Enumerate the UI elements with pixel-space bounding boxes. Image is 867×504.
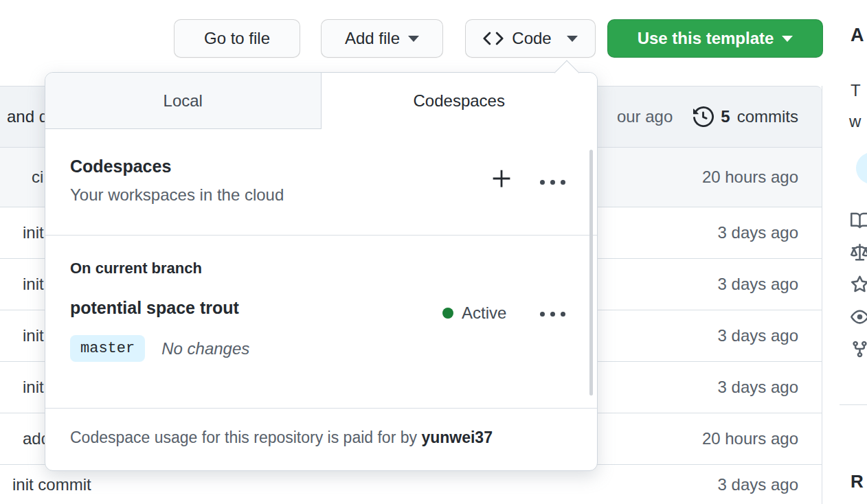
add-file-label: Add file	[345, 29, 400, 48]
footer-text: Codespace usage for this repository is p…	[70, 428, 421, 446]
commits-count: 5	[721, 107, 730, 126]
go-to-file-label: Go to file	[204, 29, 270, 48]
chevron-down-icon	[408, 36, 419, 42]
codespace-usage-footer: Codespace usage for this repository is p…	[70, 428, 493, 447]
branch-badge[interactable]: master	[70, 335, 145, 362]
commit-time: 20 hours ago	[702, 168, 798, 187]
commit-time: 3 days ago	[718, 475, 798, 494]
dropdown-scrollbar[interactable]	[589, 150, 593, 396]
fork-icon[interactable]	[851, 340, 867, 358]
codespace-kebab-menu[interactable]	[540, 312, 565, 317]
star-icon[interactable]	[851, 275, 867, 294]
codespace-name[interactable]: potential space trout	[70, 298, 239, 318]
on-current-branch-heading: On current branch	[70, 260, 202, 277]
tab-local[interactable]: Local	[45, 73, 322, 129]
use-this-template-label: Use this template	[638, 29, 774, 48]
code-button[interactable]: Code	[465, 19, 596, 58]
commit-time: 3 days ago	[718, 275, 798, 294]
chevron-down-icon	[782, 36, 793, 42]
footer-owner: yunwei37	[421, 428, 493, 446]
code-label: Code	[512, 29, 551, 48]
watch-eye-icon[interactable]	[851, 308, 867, 326]
code-dropdown: Local Codespaces Codespaces Your workspa…	[45, 72, 598, 471]
sidebar-divider	[840, 404, 867, 405]
active-status-label: Active	[462, 303, 506, 323]
readme-icon[interactable]	[851, 211, 867, 230]
codespaces-subtitle: Your workspaces in the cloud	[70, 185, 284, 205]
topic-tag[interactable]	[856, 152, 867, 184]
changes-status: No changes	[161, 339, 249, 358]
codespace-branch-row: master No changes	[70, 335, 249, 362]
go-to-file-button[interactable]: Go to file	[174, 19, 300, 58]
commit-time: 3 days ago	[718, 378, 798, 397]
latest-commit-time-fragment: our ago	[617, 107, 673, 126]
license-icon[interactable]	[851, 244, 867, 262]
use-this-template-button[interactable]: Use this template	[607, 19, 823, 58]
about-heading-fragment: A	[851, 25, 864, 46]
commit-time: 3 days ago	[718, 223, 798, 242]
releases-heading-fragment: R	[851, 471, 864, 492]
dropdown-divider	[45, 408, 597, 409]
commits-link[interactable]: 5 commits	[693, 106, 798, 127]
chevron-down-icon	[567, 36, 578, 42]
new-codespace-plus-button[interactable]	[489, 166, 514, 191]
latest-commit-message-fragment[interactable]: and d	[7, 107, 48, 126]
repo-description-fragment-line1: T	[851, 81, 861, 100]
history-icon	[693, 106, 714, 127]
code-dropdown-tabbar: Local Codespaces	[45, 73, 597, 129]
tab-codespaces[interactable]: Codespaces	[322, 73, 598, 129]
repo-description-fragment-line2: w	[849, 112, 861, 131]
add-file-button[interactable]: Add file	[321, 19, 443, 58]
tab-codespaces-label: Codespaces	[414, 91, 505, 111]
commits-label: commits	[737, 107, 798, 126]
commit-time: 3 days ago	[718, 326, 798, 345]
tab-local-label: Local	[164, 91, 203, 111]
code-icon	[483, 28, 504, 49]
dropdown-divider	[45, 235, 597, 236]
active-status-dot	[442, 308, 453, 319]
commit-time: 20 hours ago	[702, 429, 798, 448]
codespaces-kebab-menu[interactable]	[540, 180, 565, 185]
codespace-status: Active	[442, 303, 506, 323]
codespaces-title: Codespaces	[70, 157, 171, 176]
commit-message[interactable]: init commit	[12, 475, 91, 494]
